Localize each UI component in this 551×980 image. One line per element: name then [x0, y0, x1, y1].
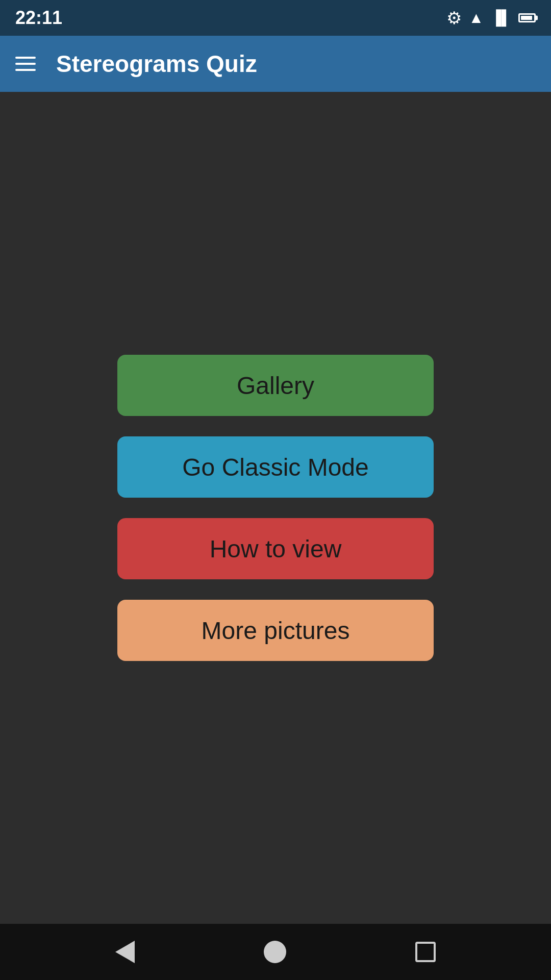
- gear-icon: ⚙: [446, 8, 462, 28]
- back-button[interactable]: [115, 941, 135, 963]
- nav-bar: [0, 924, 551, 980]
- gallery-button[interactable]: Gallery: [117, 355, 434, 416]
- battery-icon: [518, 13, 536, 22]
- wifi-icon: ▲: [469, 9, 484, 27]
- app-bar: Stereograms Quiz: [0, 36, 551, 92]
- classic-mode-button[interactable]: Go Classic Mode: [117, 436, 434, 498]
- main-content: Gallery Go Classic Mode How to view More…: [0, 92, 551, 924]
- status-icons: ⚙ ▲ ▐▌: [446, 8, 536, 28]
- more-pictures-button[interactable]: More pictures: [117, 600, 434, 661]
- recents-button[interactable]: [415, 942, 436, 962]
- home-button[interactable]: [264, 941, 286, 963]
- hamburger-menu-button[interactable]: [15, 57, 36, 71]
- how-to-view-button[interactable]: How to view: [117, 518, 434, 579]
- status-time: 22:11: [15, 7, 62, 29]
- signal-icon: ▐▌: [491, 10, 511, 26]
- status-bar: 22:11 ⚙ ▲ ▐▌: [0, 0, 551, 36]
- app-title: Stereograms Quiz: [56, 50, 257, 78]
